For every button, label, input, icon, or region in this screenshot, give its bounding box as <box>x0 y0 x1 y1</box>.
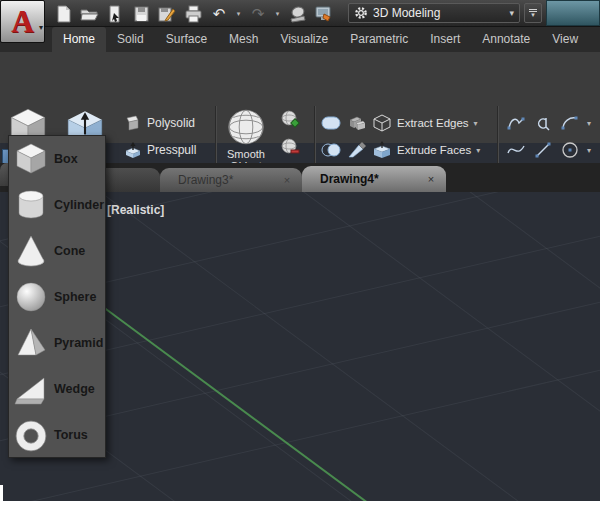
polysolid-icon <box>124 114 142 132</box>
qat-customize-button[interactable] <box>524 3 542 23</box>
ribbon-tab-bar: Home Solid Surface Mesh Visualize Parame… <box>0 27 600 52</box>
menu-item-cylinder[interactable]: Cylinder <box>9 182 105 228</box>
open-folder-icon[interactable] <box>78 3 100 24</box>
presspull-icon <box>124 141 142 159</box>
box-icon <box>13 141 49 177</box>
polysolid-button[interactable]: Polysolid <box>124 114 195 132</box>
menu-item-torus[interactable]: Torus <box>9 412 105 458</box>
grid-line <box>389 192 600 505</box>
menu-item-label: Wedge <box>54 382 95 396</box>
menu-item-label: Torus <box>54 428 88 442</box>
file-tab-label: Drawing3* <box>160 173 278 187</box>
redo-dropdown-caret-icon[interactable] <box>273 3 282 24</box>
interfere-icon[interactable] <box>347 114 367 132</box>
solid-editing-row-2: Extrude Faces ▾ <box>320 140 480 160</box>
revision-cloud-icon[interactable] <box>533 113 553 133</box>
smooth-more-button[interactable] <box>280 109 300 129</box>
line-icon[interactable] <box>533 140 553 160</box>
tab-mesh[interactable]: Mesh <box>218 27 269 52</box>
presspull-button[interactable]: Presspull <box>124 141 196 159</box>
tab-view[interactable]: View <box>541 27 589 52</box>
extract-edges-label[interactable]: Extract Edges <box>397 117 469 129</box>
tab-parametric[interactable]: Parametric <box>339 27 419 52</box>
fillet-edge-icon[interactable] <box>347 141 367 159</box>
union-icon[interactable] <box>320 114 342 132</box>
infocenter-fragment <box>546 0 600 26</box>
menu-item-cone[interactable]: Cone <box>9 228 105 274</box>
file-tab-drawing3[interactable]: Drawing3* × <box>160 168 302 192</box>
menu-item-label: Cone <box>54 244 85 258</box>
viewport-visual-style-control[interactable]: [Realistic] <box>107 203 164 217</box>
workspace-switcher[interactable]: 3D Modeling <box>348 3 520 23</box>
extrude-faces-icon[interactable] <box>372 140 392 160</box>
application-menu-button[interactable]: A <box>0 0 45 43</box>
arc-icon[interactable] <box>560 113 580 133</box>
workspace-label: 3D Modeling <box>373 6 509 20</box>
menu-item-label: Sphere <box>54 290 96 304</box>
arc-caret-icon[interactable]: ▾ <box>587 119 591 128</box>
extract-edges-caret-icon[interactable]: ▾ <box>474 119 478 128</box>
grid-line <box>209 192 600 505</box>
cylinder-icon <box>13 187 49 223</box>
new-file-icon[interactable] <box>52 3 74 24</box>
screenshot-margin <box>0 501 600 505</box>
draw-row-1: ▾ <box>506 113 591 133</box>
ribbon: Box ▾ Extrude ▾ Polysolid <box>0 52 600 143</box>
pyramid-icon <box>13 325 49 361</box>
menu-item-pyramid[interactable]: Pyramid <box>9 320 105 366</box>
save-icon[interactable] <box>130 3 152 24</box>
import-icon[interactable] <box>104 3 126 24</box>
wedge-icon <box>13 371 49 407</box>
menu-item-label: Cylinder <box>54 198 104 212</box>
circle-icon[interactable] <box>560 140 580 160</box>
polysolid-label: Polysolid <box>147 116 195 130</box>
close-tab-icon[interactable]: × <box>278 174 296 186</box>
torus-icon <box>13 417 49 453</box>
solid-editing-row-1: Extract Edges ▾ <box>320 113 478 133</box>
redo-icon[interactable]: ↷ <box>247 3 269 24</box>
menu-item-label: Pyramid <box>54 336 103 350</box>
autocad-window: ↶ ↷ 3D Modeling A Home Solid Surfa <box>0 0 600 505</box>
close-tab-icon[interactable]: × <box>422 173 440 185</box>
smooth-more-icon <box>280 109 300 129</box>
extrude-faces-label[interactable]: Extrude Faces <box>397 144 471 156</box>
spline-icon[interactable] <box>506 140 526 160</box>
cone-icon <box>13 233 49 269</box>
file-tab-label: Drawing4* <box>302 172 422 186</box>
presspull-label: Presspull <box>147 143 196 157</box>
file-tab-partial[interactable] <box>105 168 160 192</box>
sphere-icon <box>13 279 49 315</box>
circle-caret-icon[interactable]: ▾ <box>587 146 591 155</box>
smooth-less-icon <box>280 137 300 157</box>
menu-item-wedge[interactable]: Wedge <box>9 366 105 412</box>
extract-edges-icon[interactable] <box>372 113 392 133</box>
save-as-icon[interactable] <box>156 3 178 24</box>
gear-icon <box>354 6 368 20</box>
draw-row-2: ▾ <box>506 140 591 160</box>
file-tab-drawing4[interactable]: Drawing4* × <box>302 166 446 192</box>
tab-visualize[interactable]: Visualize <box>269 27 339 52</box>
tab-solid[interactable]: Solid <box>106 27 155 52</box>
autocad-logo: A <box>11 6 33 37</box>
menu-item-label: Box <box>54 152 78 166</box>
box-primitive-flyout: Box Cylinder Cone Sphere <box>8 135 106 458</box>
tab-insert[interactable]: Insert <box>419 27 471 52</box>
smooth-object-icon <box>225 106 267 148</box>
menu-item-box[interactable]: Box <box>9 136 105 182</box>
polyline-icon[interactable] <box>506 113 526 133</box>
undo-icon[interactable]: ↶ <box>208 3 230 24</box>
menu-item-sphere[interactable]: Sphere <box>9 274 105 320</box>
smooth-less-button[interactable] <box>280 137 300 157</box>
extrude-faces-caret-icon[interactable]: ▾ <box>476 146 480 155</box>
tab-surface[interactable]: Surface <box>155 27 218 52</box>
plot-preview-icon[interactable] <box>286 3 308 24</box>
subtract-icon[interactable] <box>320 141 342 159</box>
plot-icon[interactable] <box>182 3 204 24</box>
tab-annotate[interactable]: Annotate <box>471 27 541 52</box>
render-monitor-icon[interactable] <box>312 3 334 24</box>
undo-dropdown-caret-icon[interactable] <box>234 3 243 24</box>
quick-access-toolbar: ↶ ↷ 3D Modeling <box>0 0 600 27</box>
tab-home[interactable]: Home <box>52 27 106 52</box>
